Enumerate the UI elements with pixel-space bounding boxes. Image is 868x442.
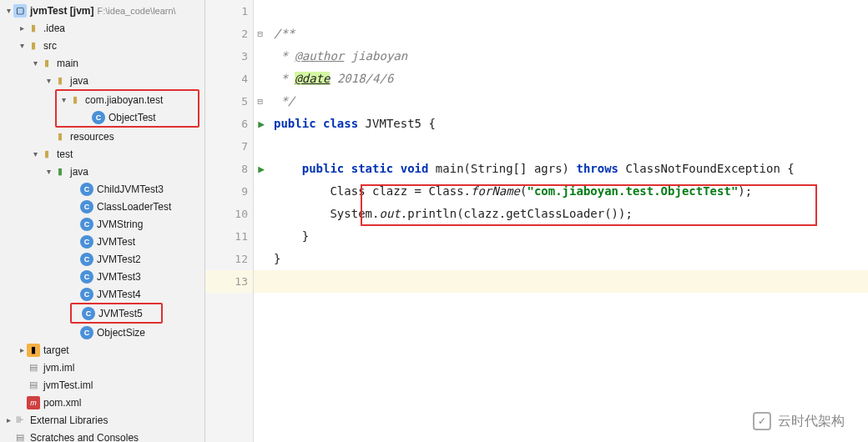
- fold-icon[interactable]: ⊟: [257, 96, 263, 107]
- line-number: 7: [205, 135, 253, 158]
- chevron-right-icon: ▸: [17, 345, 27, 354]
- chevron-right-icon: ▸: [17, 23, 27, 33]
- class-icon: C: [92, 111, 105, 124]
- folder-icon: ▮: [27, 22, 40, 35]
- line-number: 4: [205, 68, 253, 90]
- class-jvmtest4[interactable]: ▸CJVMTest4: [0, 285, 204, 303]
- class-objectsize[interactable]: ▸CObjectSize: [0, 324, 204, 341]
- folder-icon: ▮: [40, 148, 53, 161]
- class-jvmtest5[interactable]: ▸CJVMTest5: [72, 304, 161, 322]
- class-icon: C: [80, 235, 93, 249]
- folder-java-test[interactable]: ▾ ▮ java: [0, 163, 204, 180]
- package-row[interactable]: ▾ ▮ com.jiaboyan.test: [57, 91, 198, 108]
- code-text[interactable]: /** * @author jiaboyan * @date 2018/4/6 …: [254, 0, 868, 442]
- line-number: 12: [205, 248, 253, 270]
- wechat-icon: ✓: [753, 412, 771, 430]
- scratch-icon: ▤: [13, 431, 27, 443]
- class-childjvmtest3[interactable]: ▸CChildJVMTest3: [0, 180, 204, 198]
- line-number: 10: [205, 203, 253, 225]
- folder-resources[interactable]: ▸ ▮ resources: [0, 128, 204, 145]
- folder-icon: ▮: [53, 74, 67, 88]
- class-icon: C: [80, 326, 93, 339]
- line-number: 13: [205, 270, 253, 293]
- folder-icon: ▮: [53, 165, 67, 178]
- class-classloadertest[interactable]: ▸CClassLoaderTest: [0, 198, 204, 215]
- chevron-down-icon: ▾: [43, 76, 53, 85]
- module-tag: [jvm]: [67, 5, 93, 17]
- file-jvm-iml[interactable]: ▸ ▤ jvm.iml: [0, 359, 204, 376]
- class-icon: C: [80, 288, 93, 301]
- chevron-down-icon: ▾: [30, 149, 40, 158]
- line-number: 11: [205, 225, 253, 248]
- folder-src[interactable]: ▾ ▮ src: [0, 37, 204, 54]
- watermark: ✓ 云时代架构: [753, 412, 845, 430]
- module-path: F:\idea_code\learn\: [97, 6, 175, 16]
- class-jvmtest2[interactable]: ▸CJVMTest2: [0, 250, 204, 268]
- chevron-down-icon: ▾: [30, 58, 40, 68]
- chevron-right-icon: ▸: [3, 415, 13, 424]
- class-icon: C: [80, 253, 93, 266]
- run-icon[interactable]: ▶: [258, 118, 265, 130]
- class-icon: C: [80, 270, 93, 284]
- folder-idea[interactable]: ▸ ▮ .idea: [0, 19, 204, 37]
- class-icon: C: [80, 218, 93, 231]
- module-name: jvmTest: [30, 5, 67, 17]
- chevron-down-icon: ▾: [58, 95, 68, 104]
- module-root[interactable]: ▾ ▢ jvmTest [jvm] F:\idea_code\learn\: [0, 2, 204, 19]
- run-icon[interactable]: ▶: [258, 163, 265, 175]
- code-editor[interactable]: 1 2⊟ 3 4 5⊟ 6▶ 7 8▶ 9 10 11 12 13 /** * …: [205, 0, 868, 442]
- line-number: 1: [205, 0, 253, 23]
- chevron-down-icon: ▾: [43, 167, 53, 176]
- folder-test[interactable]: ▾ ▮ test: [0, 145, 204, 163]
- folder-icon: ▮: [27, 344, 40, 357]
- chevron-down-icon: ▾: [17, 41, 27, 50]
- file-icon: ▤: [27, 361, 40, 374]
- external-libraries[interactable]: ▸ ⊪ External Libraries: [0, 411, 204, 429]
- class-objecttest[interactable]: ▸ C ObjectTest: [57, 108, 198, 126]
- class-jvmstring[interactable]: ▸CJVMString: [0, 215, 204, 233]
- project-tree[interactable]: ▾ ▢ jvmTest [jvm] F:\idea_code\learn\ ▸ …: [0, 0, 205, 442]
- class-jvmtest3[interactable]: ▸CJVMTest3: [0, 268, 204, 285]
- folder-icon: ▮: [40, 57, 53, 70]
- file-pom[interactable]: ▸ m pom.xml: [0, 394, 204, 411]
- maven-icon: m: [27, 396, 40, 409]
- fold-icon[interactable]: ⊟: [257, 28, 263, 39]
- scratches[interactable]: ▸ ▤ Scratches and Consoles: [0, 429, 204, 442]
- chevron-down-icon: ▾: [3, 6, 13, 15]
- line-number: 8▶: [205, 158, 253, 180]
- line-number: 5⊟: [205, 90, 253, 113]
- folder-main[interactable]: ▾ ▮ main: [0, 54, 204, 72]
- module-icon: ▢: [13, 4, 27, 18]
- line-number: 2⊟: [205, 23, 253, 45]
- line-number: 9: [205, 180, 253, 203]
- file-jvmtest-iml[interactable]: ▸ ▤ jvmTest.iml: [0, 376, 204, 394]
- file-icon: ▤: [27, 379, 40, 392]
- class-icon: C: [82, 307, 95, 320]
- class-icon: C: [80, 183, 93, 196]
- folder-java-main[interactable]: ▾ ▮ java: [0, 72, 204, 89]
- line-number: 6▶: [205, 113, 253, 135]
- class-icon: C: [80, 200, 93, 213]
- folder-icon: ▮: [53, 130, 67, 143]
- library-icon: ⊪: [13, 414, 27, 427]
- package-icon: ▮: [68, 93, 82, 107]
- line-number: 3: [205, 45, 253, 68]
- line-gutter: 1 2⊟ 3 4 5⊟ 6▶ 7 8▶ 9 10 11 12 13: [205, 0, 254, 442]
- folder-icon: ▮: [27, 39, 40, 53]
- class-jvmtest[interactable]: ▸CJVMTest: [0, 233, 204, 250]
- folder-target[interactable]: ▸ ▮ target: [0, 341, 204, 359]
